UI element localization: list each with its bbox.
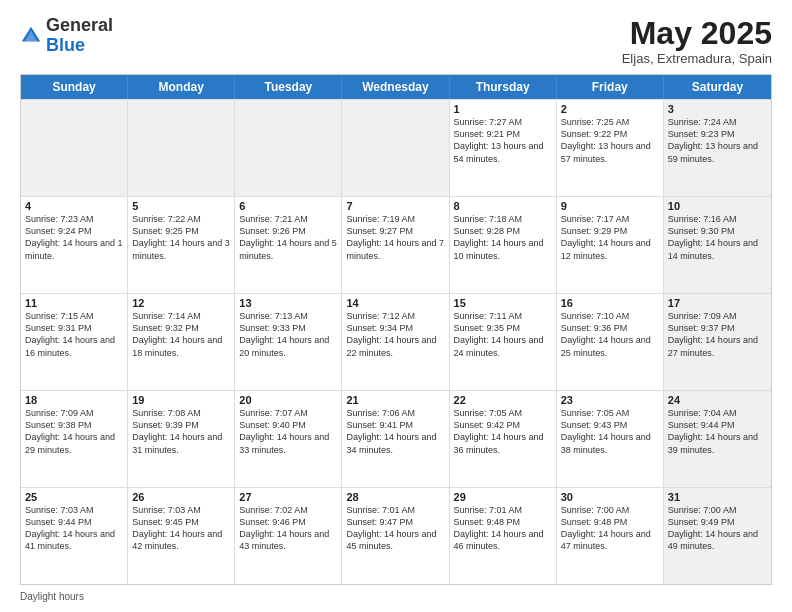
day-header-monday: Monday [128,75,235,99]
day-header-sunday: Sunday [21,75,128,99]
calendar-header: SundayMondayTuesdayWednesdayThursdayFrid… [21,75,771,99]
cell-text: Sunrise: 7:12 AM Sunset: 9:34 PM Dayligh… [346,311,436,357]
cal-cell: 16Sunrise: 7:10 AM Sunset: 9:36 PM Dayli… [557,294,664,390]
cell-text: Sunrise: 7:23 AM Sunset: 9:24 PM Dayligh… [25,214,123,260]
cell-text: Sunrise: 7:06 AM Sunset: 9:41 PM Dayligh… [346,408,436,454]
cell-text: Sunrise: 7:07 AM Sunset: 9:40 PM Dayligh… [239,408,329,454]
day-number: 25 [25,491,123,503]
cal-cell: 12Sunrise: 7:14 AM Sunset: 9:32 PM Dayli… [128,294,235,390]
day-number: 28 [346,491,444,503]
cell-text: Sunrise: 7:04 AM Sunset: 9:44 PM Dayligh… [668,408,758,454]
day-number: 1 [454,103,552,115]
day-number: 20 [239,394,337,406]
calendar-row-4: 18Sunrise: 7:09 AM Sunset: 9:38 PM Dayli… [21,390,771,487]
cell-text: Sunrise: 7:02 AM Sunset: 9:46 PM Dayligh… [239,505,329,551]
cal-cell: 7Sunrise: 7:19 AM Sunset: 9:27 PM Daylig… [342,197,449,293]
cal-cell: 13Sunrise: 7:13 AM Sunset: 9:33 PM Dayli… [235,294,342,390]
cell-text: Sunrise: 7:03 AM Sunset: 9:45 PM Dayligh… [132,505,222,551]
day-number: 7 [346,200,444,212]
cal-cell: 14Sunrise: 7:12 AM Sunset: 9:34 PM Dayli… [342,294,449,390]
cell-text: Sunrise: 7:01 AM Sunset: 9:47 PM Dayligh… [346,505,436,551]
logo-text: General Blue [46,16,113,56]
cal-cell: 26Sunrise: 7:03 AM Sunset: 9:45 PM Dayli… [128,488,235,584]
cell-text: Sunrise: 7:22 AM Sunset: 9:25 PM Dayligh… [132,214,230,260]
calendar-row-2: 4Sunrise: 7:23 AM Sunset: 9:24 PM Daylig… [21,196,771,293]
calendar-row-1: 1Sunrise: 7:27 AM Sunset: 9:21 PM Daylig… [21,99,771,196]
cal-cell: 8Sunrise: 7:18 AM Sunset: 9:28 PM Daylig… [450,197,557,293]
cal-cell: 10Sunrise: 7:16 AM Sunset: 9:30 PM Dayli… [664,197,771,293]
day-number: 18 [25,394,123,406]
day-number: 8 [454,200,552,212]
cal-cell: 9Sunrise: 7:17 AM Sunset: 9:29 PM Daylig… [557,197,664,293]
calendar-row-5: 25Sunrise: 7:03 AM Sunset: 9:44 PM Dayli… [21,487,771,584]
cell-text: Sunrise: 7:10 AM Sunset: 9:36 PM Dayligh… [561,311,651,357]
footer-text: Daylight hours [20,591,84,602]
cell-text: Sunrise: 7:13 AM Sunset: 9:33 PM Dayligh… [239,311,329,357]
day-number: 9 [561,200,659,212]
cal-cell: 1Sunrise: 7:27 AM Sunset: 9:21 PM Daylig… [450,100,557,196]
cell-text: Sunrise: 7:08 AM Sunset: 9:39 PM Dayligh… [132,408,222,454]
cell-text: Sunrise: 7:16 AM Sunset: 9:30 PM Dayligh… [668,214,758,260]
day-number: 5 [132,200,230,212]
cell-text: Sunrise: 7:14 AM Sunset: 9:32 PM Dayligh… [132,311,222,357]
cal-cell: 17Sunrise: 7:09 AM Sunset: 9:37 PM Dayli… [664,294,771,390]
day-number: 17 [668,297,767,309]
cal-cell: 21Sunrise: 7:06 AM Sunset: 9:41 PM Dayli… [342,391,449,487]
logo-general: General [46,15,113,35]
day-number: 23 [561,394,659,406]
cell-text: Sunrise: 7:05 AM Sunset: 9:42 PM Dayligh… [454,408,544,454]
day-number: 27 [239,491,337,503]
cell-text: Sunrise: 7:27 AM Sunset: 9:21 PM Dayligh… [454,117,544,163]
logo-icon [20,25,42,47]
cal-cell: 3Sunrise: 7:24 AM Sunset: 9:23 PM Daylig… [664,100,771,196]
day-header-tuesday: Tuesday [235,75,342,99]
day-number: 24 [668,394,767,406]
day-header-saturday: Saturday [664,75,771,99]
logo-blue: Blue [46,35,85,55]
month-title: May 2025 [622,16,772,51]
day-number: 30 [561,491,659,503]
cell-text: Sunrise: 7:00 AM Sunset: 9:48 PM Dayligh… [561,505,651,551]
day-number: 29 [454,491,552,503]
cell-text: Sunrise: 7:25 AM Sunset: 9:22 PM Dayligh… [561,117,651,163]
calendar-body: 1Sunrise: 7:27 AM Sunset: 9:21 PM Daylig… [21,99,771,584]
cal-cell: 15Sunrise: 7:11 AM Sunset: 9:35 PM Dayli… [450,294,557,390]
day-number: 15 [454,297,552,309]
cell-text: Sunrise: 7:05 AM Sunset: 9:43 PM Dayligh… [561,408,651,454]
cell-text: Sunrise: 7:01 AM Sunset: 9:48 PM Dayligh… [454,505,544,551]
cell-text: Sunrise: 7:17 AM Sunset: 9:29 PM Dayligh… [561,214,651,260]
header: General Blue May 2025 Eljas, Extremadura… [20,16,772,66]
day-number: 3 [668,103,767,115]
calendar-row-3: 11Sunrise: 7:15 AM Sunset: 9:31 PM Dayli… [21,293,771,390]
cal-cell: 20Sunrise: 7:07 AM Sunset: 9:40 PM Dayli… [235,391,342,487]
cell-text: Sunrise: 7:00 AM Sunset: 9:49 PM Dayligh… [668,505,758,551]
day-number: 19 [132,394,230,406]
day-header-wednesday: Wednesday [342,75,449,99]
day-number: 12 [132,297,230,309]
cal-cell: 29Sunrise: 7:01 AM Sunset: 9:48 PM Dayli… [450,488,557,584]
cal-cell: 30Sunrise: 7:00 AM Sunset: 9:48 PM Dayli… [557,488,664,584]
cal-cell: 6Sunrise: 7:21 AM Sunset: 9:26 PM Daylig… [235,197,342,293]
cal-cell: 24Sunrise: 7:04 AM Sunset: 9:44 PM Dayli… [664,391,771,487]
cal-cell [21,100,128,196]
cal-cell: 28Sunrise: 7:01 AM Sunset: 9:47 PM Dayli… [342,488,449,584]
logo: General Blue [20,16,113,56]
cal-cell: 31Sunrise: 7:00 AM Sunset: 9:49 PM Dayli… [664,488,771,584]
cal-cell [128,100,235,196]
cal-cell: 18Sunrise: 7:09 AM Sunset: 9:38 PM Dayli… [21,391,128,487]
cal-cell: 4Sunrise: 7:23 AM Sunset: 9:24 PM Daylig… [21,197,128,293]
day-header-thursday: Thursday [450,75,557,99]
footer: Daylight hours [20,591,772,602]
day-number: 26 [132,491,230,503]
cal-cell [235,100,342,196]
cal-cell: 23Sunrise: 7:05 AM Sunset: 9:43 PM Dayli… [557,391,664,487]
day-number: 6 [239,200,337,212]
page: General Blue May 2025 Eljas, Extremadura… [0,0,792,612]
location: Eljas, Extremadura, Spain [622,51,772,66]
cal-cell: 25Sunrise: 7:03 AM Sunset: 9:44 PM Dayli… [21,488,128,584]
cal-cell: 22Sunrise: 7:05 AM Sunset: 9:42 PM Dayli… [450,391,557,487]
day-number: 22 [454,394,552,406]
cell-text: Sunrise: 7:21 AM Sunset: 9:26 PM Dayligh… [239,214,337,260]
cell-text: Sunrise: 7:15 AM Sunset: 9:31 PM Dayligh… [25,311,115,357]
cal-cell: 27Sunrise: 7:02 AM Sunset: 9:46 PM Dayli… [235,488,342,584]
